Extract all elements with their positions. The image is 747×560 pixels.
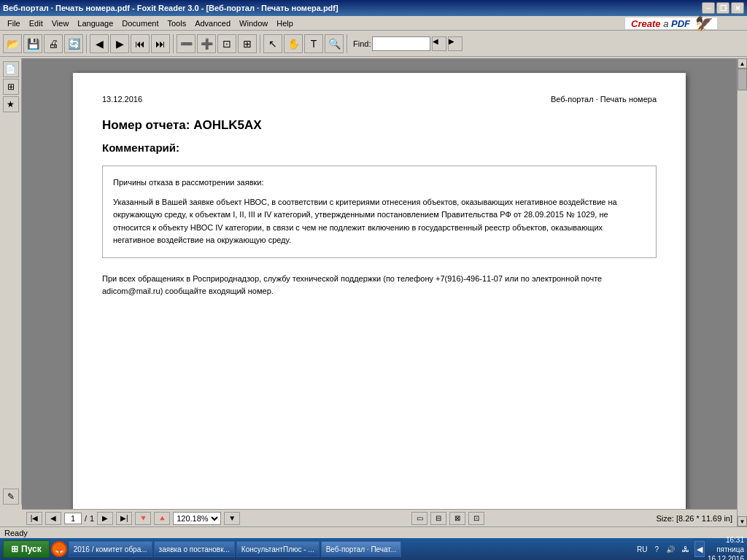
zoom-dropdown-button[interactable]: ▼	[224, 512, 240, 525]
menu-window[interactable]: Window	[235, 18, 272, 29]
text-button[interactable]: T	[304, 34, 323, 53]
menu-bar: File Edit View Language Document Tools A…	[0, 16, 747, 31]
pdf-page: 13.12.2016 Веб-портал · Печать номера Но…	[73, 73, 686, 510]
taskbar-item-1[interactable]: 2016 / комитет обра...	[69, 541, 152, 557]
scrollbar[interactable]: ▲ ▼	[737, 58, 747, 526]
pdf-text: PDF	[671, 18, 690, 29]
zoom-select[interactable]: 120.18% 100% 75% 50%	[173, 512, 221, 525]
sep1	[86, 34, 87, 53]
restore-button[interactable]: ❐	[716, 2, 729, 14]
taskbar-item-2[interactable]: заявка о постановк...	[154, 541, 235, 557]
start-label: Пуск	[21, 544, 42, 554]
taskbar-item-4[interactable]: Веб-портал · Печат...	[321, 541, 401, 557]
a-text: a	[661, 18, 671, 29]
taskbar: ⊞ Пуск 🦊 2016 / комитет обра... заявка о…	[0, 538, 747, 560]
nav-next-button[interactable]: ▶	[110, 34, 129, 53]
tray-network[interactable]: 🖧	[680, 545, 692, 553]
sidebar-btn-2[interactable]: ⊞	[3, 79, 19, 95]
print-button[interactable]: 🖨	[44, 34, 63, 53]
menu-edit[interactable]: Edit	[25, 18, 47, 29]
create-text: Create	[631, 18, 660, 29]
sidebar-btn-3[interactable]: ★	[3, 96, 19, 112]
menu-file[interactable]: File	[3, 18, 25, 29]
tray-help[interactable]: ?	[652, 545, 661, 553]
comment-label: Комментарий:	[102, 141, 657, 154]
toolbar-row1: 📂 💾 🖨 🔄 ◀ ▶ ⏮ ⏭ ➖ ➕ ⊡ ⊞ ↖ ✋ T 🔍 Find: ◀ …	[0, 31, 747, 57]
sidebar-btn-1[interactable]: 📄	[3, 61, 19, 77]
nav-last-button[interactable]: ⏭	[151, 34, 170, 53]
sep4	[347, 34, 347, 53]
menu-tools[interactable]: Tools	[163, 18, 190, 29]
box-title: Причины отказа в рассмотрении заявки:	[113, 176, 646, 189]
tray-speaker[interactable]: 🔊	[664, 545, 677, 553]
menu-language[interactable]: Language	[73, 18, 117, 29]
menu-advanced[interactable]: Advanced	[190, 18, 235, 29]
page-next-button[interactable]: ▶	[97, 512, 113, 525]
zoom-area-button[interactable]: 🔍	[325, 34, 344, 53]
find-next-button[interactable]: ▶	[448, 36, 462, 51]
left-sidebar: 📄 ⊞ ★ ✎	[0, 58, 22, 505]
taskbar-item-3-label: КонсультантПлюс - ...	[241, 545, 314, 553]
create-pdf-banner[interactable]: Create a PDF 🦅	[624, 17, 718, 30]
select-button[interactable]: ↖	[263, 34, 282, 53]
zoom-down-button[interactable]: 🔻	[135, 512, 151, 525]
menu-help[interactable]: Help	[272, 18, 298, 29]
page-prev-button[interactable]: ◀	[45, 512, 61, 525]
taskbar-item-3[interactable]: КонсультантПлюс - ...	[236, 541, 320, 557]
minimize-button[interactable]: ─	[702, 2, 715, 14]
menu-view[interactable]: View	[47, 18, 74, 29]
firefox-icon: 🦊	[51, 541, 67, 557]
comment-box: Причины отказа в рассмотрении заявки: Ук…	[102, 166, 657, 258]
scrollbar-thumb[interactable]	[738, 69, 747, 90]
find-bar: Find: ◀ ▶	[353, 36, 462, 51]
create-pdf-icon: 🦅	[693, 15, 711, 32]
fit-button[interactable]: ⊡	[217, 34, 236, 53]
open-button[interactable]: 📂	[3, 34, 22, 53]
single-page-btn[interactable]: ▭	[411, 512, 427, 525]
refresh-button[interactable]: 🔄	[64, 34, 83, 53]
box-text: Указанный в Вашей заявке объект НВОС, в …	[113, 196, 646, 247]
status-text: Ready	[4, 529, 28, 537]
facing-btn[interactable]: ⊠	[449, 512, 465, 525]
zoom-in-button[interactable]: ➕	[197, 34, 216, 53]
close-button[interactable]: ✕	[731, 2, 744, 14]
tray-overflow-button[interactable]: ◀	[694, 541, 705, 557]
taskbar-tray: RU ? 🔊 🖧 ◀ 16:31 пятница 16.12.2016	[635, 535, 744, 561]
page-last-button[interactable]: ▶|	[116, 512, 132, 525]
hand-button[interactable]: ✋	[284, 34, 303, 53]
nav-bar: |◀ ◀ 1 / 1 ▶ ▶| 🔻 🔺 120.18% 100% 75% 50%…	[22, 509, 737, 526]
sep3	[260, 34, 260, 53]
nav-prev-button[interactable]: ◀	[90, 34, 109, 53]
scrollbar-down-arrow[interactable]: ▼	[738, 516, 747, 526]
tray-language[interactable]: RU	[635, 545, 649, 553]
menu-document[interactable]: Document	[117, 18, 163, 29]
page-first-button[interactable]: |◀	[26, 512, 42, 525]
find-input[interactable]	[372, 36, 430, 51]
clock-date: 16.12.2016	[708, 554, 744, 561]
nav-first-button[interactable]: ⏮	[131, 34, 150, 53]
sidebar-btn-bottom[interactable]: ✎	[3, 489, 19, 505]
page-separator: /	[85, 514, 87, 523]
page-number-input[interactable]: 1	[64, 513, 82, 524]
pdf-header-title: Веб-портал · Печать номера	[551, 95, 657, 104]
save-button[interactable]: 💾	[23, 34, 42, 53]
clock: 16:31 пятница 16.12.2016	[708, 535, 744, 561]
pdf-header: 13.12.2016 Веб-портал · Печать номера	[102, 95, 657, 104]
window-title: Веб-портал · Печать номера.pdf - Foxit R…	[3, 4, 338, 12]
taskbar-item-1-label: 2016 / комитет обра...	[74, 545, 147, 553]
continuous-btn[interactable]: ⊟	[430, 512, 446, 525]
total-pages: 1	[90, 514, 94, 523]
zoom-out-button[interactable]: ➖	[177, 34, 196, 53]
fullscreen-button[interactable]: ⊞	[238, 34, 257, 53]
start-button[interactable]: ⊞ Пуск	[3, 540, 50, 558]
fullscreen-nav-btn[interactable]: ⊡	[468, 512, 484, 525]
windows-icon: ⊞	[11, 544, 18, 554]
window-controls: ─ ❐ ✕	[702, 2, 744, 14]
find-label: Find:	[353, 39, 371, 48]
footer-text: При всех обращениях в Росприроднадзор, с…	[102, 273, 657, 298]
scrollbar-up-arrow[interactable]: ▲	[738, 58, 747, 69]
clock-time: 16:31	[708, 535, 744, 545]
main-content-area: 13.12.2016 Веб-портал · Печать номера Но…	[22, 58, 737, 526]
zoom-up-button[interactable]: 🔺	[154, 512, 170, 525]
find-prev-button[interactable]: ◀	[432, 36, 446, 51]
